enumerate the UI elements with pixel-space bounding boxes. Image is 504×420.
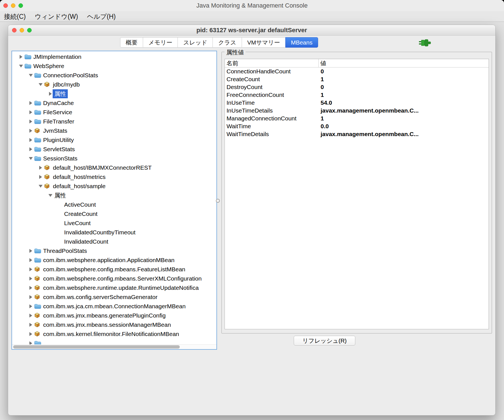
tree-row[interactable]: com.ibm.websphere.config.mbeans.ServerXM… [12, 274, 216, 283]
disclosure-expanded-icon[interactable] [18, 61, 24, 71]
tree-row[interactable]: jdbc/mydb [12, 80, 216, 89]
tree-row[interactable]: com.ibm.ws.kernel.filemonitor.FileNotifi… [12, 329, 216, 339]
attributes-panel: 属性値 名前 値 ConnectionHandleCount0CreateCou… [221, 52, 492, 333]
tree-row[interactable]: JMImplementation [12, 52, 216, 61]
tab-memory[interactable]: メモリー [143, 37, 178, 48]
tree-row[interactable]: LiveCount [12, 218, 216, 228]
horizontal-scrollbar-thumb[interactable] [13, 345, 180, 349]
disclosure-collapsed-icon[interactable] [27, 135, 34, 144]
disclosure-collapsed-icon[interactable] [27, 320, 34, 329]
folder-icon [34, 248, 43, 254]
attributes-panel-title: 属性値 [225, 48, 246, 56]
bean-icon [34, 285, 43, 291]
tree-label: com.ibm.ws.jmx.mbeans.generatePluginConf… [43, 312, 166, 319]
tree-indent-spacer [57, 200, 64, 209]
connection-window-titlebar[interactable]: pid: 63127 ws-server.jar defaultServer [8, 25, 495, 36]
attribute-row[interactable]: InUseTimeDetailsjavax.management.openmbe… [225, 107, 489, 115]
tab-classes[interactable]: クラス [213, 37, 242, 48]
tree-row[interactable]: default_host/sample [12, 181, 216, 191]
tab-vm-summary[interactable]: VMサマリー [242, 37, 286, 48]
attribute-row[interactable]: InUseTime54.0 [225, 99, 489, 107]
tree-row[interactable]: com.ibm.ws.jmx.mbeans.generatePluginConf… [12, 311, 216, 320]
disclosure-collapsed-icon[interactable] [27, 292, 34, 302]
disclosure-collapsed-icon[interactable] [27, 126, 34, 135]
horizontal-scrollbar[interactable] [12, 344, 216, 349]
tree-row[interactable]: com.ibm.ws.config.serverSchemaGenerator [12, 292, 216, 302]
tree-row[interactable]: ConnectionPoolStats [12, 71, 216, 80]
tree-row[interactable]: CreateCount [12, 209, 216, 218]
folder-icon [34, 73, 43, 78]
connection-window: pid: 63127 ws-server.jar defaultServer 概… [8, 25, 496, 416]
tree-label: FileService [43, 109, 72, 116]
disclosure-expanded-icon[interactable] [47, 191, 54, 200]
disclosure-collapsed-icon[interactable] [37, 163, 44, 172]
disclosure-collapsed-icon[interactable] [27, 144, 34, 154]
disclosure-expanded-icon[interactable] [37, 80, 44, 89]
attribute-row[interactable]: WaitTime0.0 [225, 122, 489, 130]
tree-row[interactable]: JvmStats [12, 126, 216, 135]
tree-row[interactable]: InvalidatedCountbyTimeout [12, 228, 216, 237]
tree-row[interactable]: FileTransfer [12, 117, 216, 126]
disclosure-collapsed-icon[interactable] [27, 98, 34, 108]
disclosure-collapsed-icon[interactable] [27, 329, 34, 339]
tree-row[interactable]: com.ibm.websphere.runtime.update.Runtime… [12, 283, 216, 292]
disclosure-collapsed-icon[interactable] [37, 172, 44, 181]
tab-overview[interactable]: 概要 [120, 37, 143, 48]
disclosure-collapsed-icon[interactable] [18, 52, 24, 61]
tree-row[interactable]: ThreadPoolStats [12, 246, 216, 255]
disclosure-collapsed-icon[interactable] [27, 265, 34, 274]
attribute-row[interactable]: CreateCount1 [225, 75, 489, 83]
menu-item-help[interactable]: ヘルプ(H) [83, 11, 120, 22]
tree-row[interactable]: default_host/metrics [12, 172, 216, 181]
attribute-row[interactable]: ConnectionHandleCount0 [225, 67, 489, 75]
disclosure-collapsed-icon[interactable] [27, 108, 34, 117]
attribute-row[interactable]: FreeConnectionCount1 [225, 91, 489, 99]
tab-threads[interactable]: スレッド [178, 37, 213, 48]
tab-mbeans[interactable]: MBeans [285, 37, 318, 48]
attribute-row[interactable]: DestroyCount0 [225, 83, 489, 91]
tree-row[interactable]: ActiveCount [12, 200, 216, 209]
column-header-value[interactable]: 値 [319, 59, 489, 67]
tree-label: CreateCount [64, 211, 97, 217]
menu-item-connection[interactable]: 接続(C) [4, 11, 30, 22]
tree-row[interactable]: ServletStats [12, 144, 216, 154]
tree-label: JvmStats [43, 127, 67, 134]
folder-icon [34, 156, 43, 161]
attribute-row[interactable]: ManagedConnectionCount1 [225, 115, 489, 122]
menu-item-window[interactable]: ウィンドウ(W) [30, 11, 83, 22]
connection-window-content: 概要メモリースレッドクラスVMサマリーMBeans JMImplementati… [8, 36, 495, 416]
disclosure-collapsed-icon[interactable] [27, 117, 34, 126]
disclosure-collapsed-icon[interactable] [27, 302, 34, 311]
tree-row[interactable]: com.ibm.ws.jca.cm.mbean.ConnectionManage… [12, 302, 216, 311]
tree-row[interactable]: PluginUtility [12, 135, 216, 144]
bean-icon [34, 294, 43, 300]
disclosure-collapsed-icon[interactable] [27, 283, 34, 292]
disclosure-collapsed-icon[interactable] [27, 255, 34, 265]
tree-row[interactable]: com.ibm.ws.jmx.mbeans.sessionManagerMBea… [12, 320, 216, 329]
split-pane-divider[interactable] [216, 199, 220, 203]
tree-row[interactable]: default_host/IBMJMXConnectorREST [12, 163, 216, 172]
attribute-row[interactable]: WaitTimeDetailsjavax.management.openmbea… [225, 130, 489, 138]
disclosure-collapsed-icon[interactable] [27, 311, 34, 320]
tree-row[interactable]: FileService [12, 108, 216, 117]
mbeans-tree-panel[interactable]: JMImplementationWebSphereConnectionPoolS… [11, 51, 217, 350]
disclosure-expanded-icon[interactable] [37, 181, 44, 191]
disclosure-expanded-icon[interactable] [27, 154, 34, 163]
disclosure-expanded-icon[interactable] [27, 71, 34, 80]
tree-row[interactable]: SessionStats [12, 154, 216, 163]
tree-row[interactable]: com.ibm.websphere.application.Applicatio… [12, 255, 216, 265]
disclosure-collapsed-icon[interactable] [27, 274, 34, 283]
folder-icon [34, 137, 43, 143]
column-header-name[interactable]: 名前 [225, 59, 319, 67]
tree-row[interactable]: InvalidatedCount [12, 237, 216, 246]
tree-label: default_host/IBMJMXConnectorREST [53, 164, 152, 171]
refresh-button[interactable]: リフレッシュ(R) [294, 336, 355, 346]
disclosure-collapsed-icon[interactable] [27, 246, 34, 255]
tree-row[interactable]: 属性 [12, 89, 216, 98]
attributes-table-body: ConnectionHandleCount0CreateCount1Destro… [225, 67, 489, 138]
tree-row[interactable]: com.ibm.websphere.config.mbeans.FeatureL… [12, 265, 216, 274]
outer-titlebar[interactable]: Java Monitoring & Management Console [0, 0, 504, 11]
tree-row[interactable]: WebSphere [12, 61, 216, 71]
tree-row[interactable]: 属性 [12, 191, 216, 200]
tree-row[interactable]: DynaCache [12, 98, 216, 108]
